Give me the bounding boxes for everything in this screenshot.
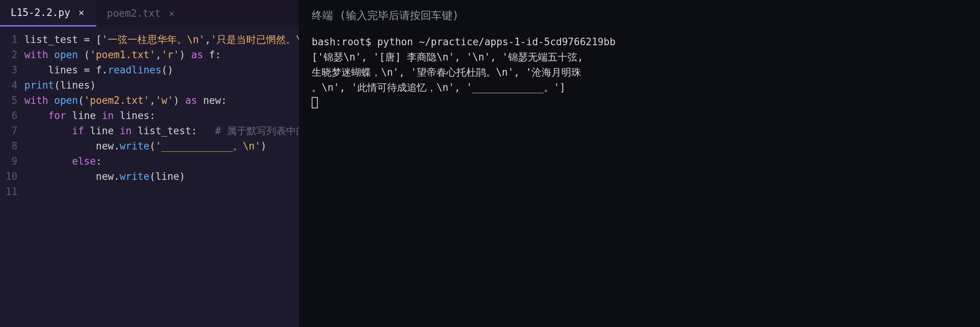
line-number: 9 (0, 154, 18, 169)
code-line[interactable]: new.write('____________。\n') (24, 138, 299, 154)
code-token: [ (96, 34, 102, 45)
line-number: 6 (0, 108, 18, 123)
code-token: = (84, 64, 96, 76)
code-token: write (120, 171, 149, 182)
code-line[interactable]: list_test = ['一弦一柱思华年。\n','只是当时已惘然。\n (24, 32, 299, 47)
line-number: 10 (0, 169, 18, 184)
code-token: list_test: (137, 125, 215, 137)
code-token: in (120, 125, 137, 137)
terminal-line: 生晓梦迷蝴蝶，\n', '望帝春心托杜鹃。\n', '沧海月明珠 (312, 65, 967, 80)
code-token: ( (150, 140, 156, 152)
code-token: : (96, 156, 102, 167)
code-token: , (150, 95, 156, 106)
code-token: ) (261, 140, 267, 152)
code-token (24, 110, 48, 121)
code-content[interactable]: list_test = ['一弦一柱思华年。\n','只是当时已惘然。\nwit… (24, 32, 299, 327)
tab-inactive[interactable]: poem2.txt ✕ (96, 0, 186, 27)
code-token: f: (209, 49, 221, 60)
code-token: ) (179, 49, 191, 60)
code-token: as (185, 95, 203, 106)
line-number: 1 (0, 32, 18, 47)
line-number: 4 (0, 78, 18, 93)
code-token: 'w' (155, 95, 173, 106)
code-token: '____________。\n' (155, 140, 260, 152)
code-token: lines: (120, 110, 156, 121)
code-token: # 属于默写列表中的句 (215, 125, 299, 137)
line-numbers: 1234567891011 (0, 32, 24, 327)
code-token: with (24, 95, 54, 106)
code-line[interactable]: with open ('poem1.txt','r') as f: (24, 47, 299, 62)
code-token: ( (54, 79, 60, 91)
code-token: lines (24, 64, 84, 76)
terminal-cursor-line (312, 95, 967, 110)
terminal-line: 。\n', '此情可待成追忆，\n', '____________。'] (312, 80, 967, 95)
code-line[interactable]: lines = f.readlines() (24, 62, 299, 78)
code-token: else (72, 156, 96, 167)
code-line[interactable]: new.write(line) (24, 169, 299, 184)
code-token: , (205, 34, 211, 45)
line-number: 2 (0, 47, 18, 62)
code-token: as (191, 49, 209, 60)
code-token: 'poem1.txt' (90, 49, 155, 60)
code-area[interactable]: 1234567891011 list_test = ['一弦一柱思华年。\n',… (0, 27, 299, 327)
terminal-pane[interactable]: 终端 (输入完毕后请按回车键) bash:root$ python ~/prac… (299, 0, 980, 327)
code-token: in (102, 110, 120, 121)
code-token: line (90, 125, 120, 137)
editor-pane: L15-2.2.py ✕ poem2.txt ✕ 1234567891011 l… (0, 0, 299, 327)
code-token: ) (173, 95, 185, 106)
code-token: lines (60, 79, 90, 91)
code-line[interactable]: if line in list_test: # 属于默写列表中的句 (24, 123, 299, 138)
code-token: if (72, 125, 90, 137)
code-token: with (24, 49, 54, 60)
code-token: ) (179, 171, 185, 182)
code-token: 'poem2.txt' (84, 95, 150, 106)
code-token: ( (78, 95, 84, 106)
code-token: new. (24, 140, 120, 152)
line-number: 8 (0, 138, 18, 154)
code-token: readlines (108, 64, 161, 76)
code-token: '只是当时已惘然。\n (211, 34, 299, 45)
code-line[interactable]: for line in lines: (24, 108, 299, 123)
line-number: 5 (0, 93, 18, 108)
code-token (24, 156, 72, 167)
code-token: 'r' (161, 49, 179, 60)
cursor-icon (312, 97, 318, 108)
line-number: 7 (0, 123, 18, 138)
code-token: open (54, 49, 84, 60)
code-token: ) (90, 79, 96, 91)
terminal-line: bash:root$ python ~/practice/apps-1-id-5… (312, 34, 967, 49)
code-token: print (24, 79, 54, 91)
code-token: ( (150, 171, 156, 182)
tab-label: poem2.txt (107, 8, 161, 19)
code-token: new. (24, 171, 120, 182)
line-number: 3 (0, 62, 18, 78)
close-icon[interactable]: ✕ (167, 8, 176, 19)
code-token: open (54, 95, 78, 106)
code-token: , (155, 49, 161, 60)
code-token: write (120, 140, 149, 152)
terminal-line: ['锦瑟\n', '[唐] 李商隐\n', '\n', '锦瑟无端五十弦, (312, 49, 967, 65)
tab-bar: L15-2.2.py ✕ poem2.txt ✕ (0, 0, 299, 27)
code-line[interactable]: with open('poem2.txt','w') as new: (24, 93, 299, 108)
code-line[interactable] (24, 184, 299, 199)
line-number: 11 (0, 184, 18, 199)
code-token: '一弦一柱思华年。\n' (102, 34, 205, 45)
tab-label: L15-2.2.py (11, 7, 70, 18)
code-line[interactable]: else: (24, 154, 299, 169)
code-token: list_test (24, 34, 84, 45)
tab-active[interactable]: L15-2.2.py ✕ (0, 0, 96, 27)
code-token: () (161, 64, 173, 76)
code-token: line (72, 110, 102, 121)
code-token (24, 125, 72, 137)
code-token: new: (203, 95, 227, 106)
close-icon[interactable]: ✕ (77, 7, 86, 18)
code-token: for (48, 110, 72, 121)
code-token: ( (84, 49, 90, 60)
code-token: f. (96, 64, 108, 76)
code-token: = (84, 34, 96, 45)
terminal-output: bash:root$ python ~/practice/apps-1-id-5… (312, 34, 967, 110)
code-line[interactable]: print(lines) (24, 78, 299, 93)
terminal-header: 终端 (输入完毕后请按回车键) (312, 8, 967, 23)
code-token: line (155, 171, 179, 182)
